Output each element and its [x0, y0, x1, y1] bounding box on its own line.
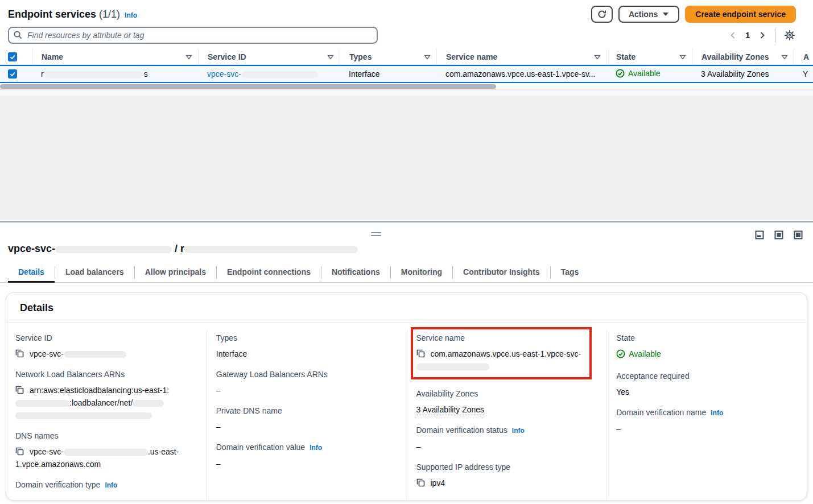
resource-count: (1/1): [99, 9, 120, 20]
tab-allow-principals[interactable]: Allow principals: [135, 267, 216, 282]
table-toolbar: 1: [0, 23, 813, 44]
field-state: State Available: [616, 332, 798, 362]
caret-down-icon: [662, 12, 669, 16]
search-box: [8, 27, 378, 44]
preferences-gear-button[interactable]: [783, 29, 796, 42]
copy-icon[interactable]: [15, 447, 24, 456]
sort-icon: [185, 55, 192, 60]
field-service-name: Service name com.amazonaws.vpce.us-east-…: [416, 332, 587, 373]
details-column-1: Service ID vpce-svc- Network Load Balanc…: [6, 329, 207, 501]
availability-zones-link[interactable]: 3 Availability Zones: [416, 405, 485, 415]
column-header-state[interactable]: State: [606, 49, 692, 65]
details-card-title: Details: [6, 293, 807, 323]
field-domain-verification-status: Domain verification statusInfo –: [416, 424, 598, 453]
redacted-text: [133, 400, 164, 407]
tab-monitoring[interactable]: Monitoring: [391, 267, 452, 282]
column-header-service-name[interactable]: Service name: [436, 49, 606, 65]
redacted-text: [15, 400, 69, 407]
service-id-link[interactable]: vpce-svc-: [207, 69, 318, 79]
next-page-button[interactable]: [758, 30, 767, 41]
column-header-service-id[interactable]: Service ID: [198, 49, 340, 65]
check-circle-icon: [616, 69, 625, 78]
check-circle-icon: [616, 349, 625, 358]
field-gwlb-arns: Gateway Load Balancers ARNs –: [216, 368, 398, 396]
copy-icon[interactable]: [15, 349, 24, 358]
tab-endpoint-connections[interactable]: Endpoint connections: [217, 267, 321, 282]
horizontal-scrollbar-thumb[interactable]: [0, 84, 496, 89]
select-all-checkbox[interactable]: [8, 52, 17, 61]
panel-position-full-icon[interactable]: [794, 230, 803, 239]
copy-icon[interactable]: [15, 386, 24, 394]
page-header: Endpoint services (1/1) Info Actions Cre…: [0, 0, 813, 23]
sort-icon: [424, 55, 431, 60]
tab-tags[interactable]: Tags: [551, 267, 589, 282]
previous-page-button[interactable]: [728, 30, 737, 41]
column-header-acceptance[interactable]: A: [794, 49, 813, 65]
select-all-cell: [0, 49, 32, 65]
cell-acceptance: Y: [794, 69, 813, 79]
panel-position-bottom-icon[interactable]: [755, 230, 764, 239]
field-domain-verification-value: Domain verification valueInfo –: [216, 441, 398, 470]
field-domain-verification-name: Domain verification nameInfo –: [616, 406, 798, 435]
panel-title: vpce-svc- / r: [8, 243, 358, 255]
copy-icon[interactable]: [416, 478, 425, 487]
toolbar-divider: [775, 28, 775, 43]
actions-button[interactable]: Actions: [618, 6, 679, 23]
redacted-text: [15, 412, 152, 419]
sort-icon: [594, 55, 601, 60]
spacer: [0, 90, 813, 96]
field-availability-zones: Availability Zones 3 Availability Zones: [416, 387, 598, 416]
details-column-3: Service name com.amazonaws.vpce.us-east-…: [407, 329, 607, 501]
info-link[interactable]: Info: [309, 444, 322, 452]
page-title: Endpoint services (1/1): [8, 9, 120, 20]
redacted-text: [45, 71, 143, 78]
field-types: Types Interface: [216, 332, 398, 360]
availability-zones-link[interactable]: 3 Availability Zones: [701, 69, 769, 79]
tab-notifications[interactable]: Notifications: [321, 267, 390, 282]
tab-details[interactable]: Details: [8, 267, 55, 282]
info-link[interactable]: Info: [711, 409, 723, 417]
search-input[interactable]: [8, 27, 378, 44]
field-nlb-arns: Network Load Balancers ARNs arn:aws:elas…: [15, 368, 197, 422]
copy-icon[interactable]: [416, 349, 425, 358]
info-link[interactable]: Info: [105, 481, 117, 489]
create-endpoint-service-button[interactable]: Create endpoint service: [685, 6, 796, 23]
cell-state: Available: [606, 69, 692, 80]
details-column-4: State Available Acceptance required Yes …: [606, 329, 807, 501]
cell-name: rs: [32, 69, 198, 79]
panel-position-side-icon[interactable]: [774, 230, 783, 239]
details-column-2: Types Interface Gateway Load Balancers A…: [207, 329, 407, 501]
refresh-icon: [597, 10, 606, 19]
field-dns-names: DNS names vpce-svc-.us-east-1.vpce.amazo…: [15, 429, 197, 470]
tab-contributor-insights[interactable]: Contributor Insights: [453, 267, 550, 282]
redacted-text: [416, 363, 489, 370]
refresh-button[interactable]: [591, 6, 613, 23]
column-header-name[interactable]: Name: [32, 49, 198, 65]
info-link[interactable]: Info: [512, 427, 525, 435]
tab-load-balancers[interactable]: Load balancers: [55, 267, 134, 282]
field-acceptance-required: Acceptance required Yes: [616, 370, 798, 398]
split-panel: vpce-svc- / r Details Load balancers All…: [0, 221, 813, 504]
sort-icon: [327, 55, 334, 60]
redacted-text: [55, 246, 172, 253]
cell-service-name: com.amazonaws.vpce.us-east-1.vpce-sv...: [436, 69, 606, 79]
field-domain-verification-type: Domain verification typeInfo –: [15, 478, 197, 501]
field-supported-ip-address-type: Supported IP address type ipv4: [416, 461, 598, 489]
redacted-text: [64, 351, 126, 358]
cell-types: Interface: [340, 69, 436, 79]
field-service-id: Service ID vpce-svc-: [15, 332, 197, 360]
redacted-text: [241, 71, 318, 78]
table-header-row: Name Service ID Types Service name State…: [0, 49, 813, 65]
header-info-link[interactable]: Info: [125, 11, 137, 19]
page-number[interactable]: 1: [743, 31, 752, 40]
search-icon: [13, 30, 23, 40]
column-header-availability-zones[interactable]: Availability Zones: [692, 49, 794, 65]
field-private-dns-name: Private DNS name –: [216, 404, 398, 433]
column-header-types[interactable]: Types: [340, 49, 436, 65]
table-row[interactable]: rs vpce-svc- Interface com.amazonaws.vpc…: [0, 65, 813, 83]
sort-icon: [781, 55, 788, 60]
split-panel-drag-handle[interactable]: [371, 232, 381, 238]
panel-tabs: Details Load balancers Allow principals …: [0, 263, 813, 283]
row-checkbox[interactable]: [8, 69, 17, 79]
sort-icon: [679, 55, 686, 60]
